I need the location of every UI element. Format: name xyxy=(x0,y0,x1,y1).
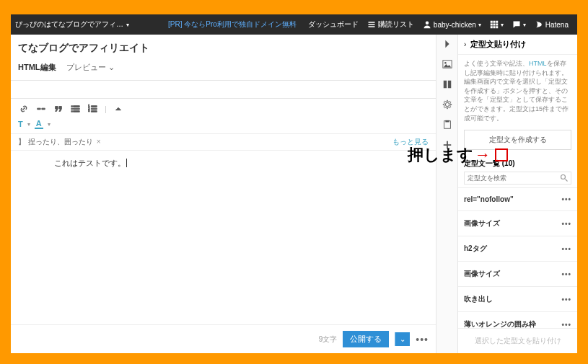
close-icon[interactable]: × xyxy=(97,138,101,146)
clipboard-icon[interactable] xyxy=(442,120,452,133)
svg-text:3: 3 xyxy=(88,109,90,112)
template-panel: › 定型文貼り付け よく使う文章や記法、HTMLを保存し記事編集時に貼り付けられ… xyxy=(458,35,577,353)
svg-point-0 xyxy=(426,22,429,25)
svg-rect-9 xyxy=(496,26,498,28)
svg-rect-16 xyxy=(445,120,449,123)
nav-brand[interactable]: Hatena xyxy=(535,20,569,29)
nav-dashboard[interactable]: ダッシュボード xyxy=(308,19,359,30)
editor-footer: 9文字 公開する ⌄ ••• xyxy=(11,324,436,353)
pr-link[interactable]: [PR] 今ならPro利用で独自ドメイン無料 xyxy=(168,19,297,30)
template-list: rel="nofollow"••• 画像サイズ••• h2タグ••• 画像サイズ… xyxy=(458,187,577,328)
template-item[interactable]: h2タグ••• xyxy=(458,236,577,262)
panel-description: よく使う文章や記法、HTMLを保存し記事編集時に貼り付けられます。編集画面内で文… xyxy=(458,55,577,127)
chevron-down-icon: ⌄ xyxy=(108,63,115,71)
search-input[interactable] xyxy=(465,172,571,184)
item-menu-icon[interactable]: ••• xyxy=(561,245,571,253)
chevron-right-icon[interactable] xyxy=(442,39,452,52)
link-icon[interactable] xyxy=(18,103,30,115)
book-icon[interactable] xyxy=(442,79,452,92)
category-icon[interactable]: 】 xyxy=(18,137,25,147)
template-list-heading: 定型文一覧 (10) xyxy=(458,153,577,172)
category-tag[interactable]: 捏ったり、囲ったり × xyxy=(28,137,101,147)
nav-user[interactable]: baby-chicken ▾ xyxy=(423,20,481,29)
chevron-down-icon: ▾ xyxy=(48,121,51,128)
publish-button[interactable]: 公開する xyxy=(343,331,389,347)
nav-apps[interactable]: ▾ xyxy=(490,20,504,29)
publish-dropdown[interactable]: ⌄ xyxy=(395,332,410,346)
svg-rect-3 xyxy=(496,21,498,23)
editor-pane: てなブログでアフィリエイト HTML編集 プレビュー ⌄ 123 | xyxy=(11,35,436,353)
chevron-right-icon[interactable]: › xyxy=(464,40,466,48)
svg-rect-5 xyxy=(493,24,495,26)
chevron-down-icon: ▾ xyxy=(27,121,30,128)
template-item[interactable]: 薄いオレンジの囲み枠••• xyxy=(458,312,577,328)
svg-rect-1 xyxy=(491,21,493,23)
user-icon xyxy=(423,20,431,29)
tab-preview[interactable]: プレビュー ⌄ xyxy=(66,62,115,76)
image-icon[interactable] xyxy=(442,59,452,72)
template-item[interactable]: rel="nofollow"••• xyxy=(458,188,577,211)
chevron-down-icon: ▾ xyxy=(478,22,481,28)
list-icon[interactable] xyxy=(70,103,82,115)
editor-body[interactable]: これはテストです。 xyxy=(11,151,436,324)
paste-selected-button[interactable]: 選択した定型文を貼り付け xyxy=(458,328,577,353)
gear-icon[interactable] xyxy=(442,99,452,112)
title-input[interactable] xyxy=(11,80,436,99)
tab-html-edit[interactable]: HTML編集 xyxy=(18,62,56,76)
more-actions-button[interactable]: ••• xyxy=(416,334,429,345)
svg-rect-8 xyxy=(493,26,495,28)
item-menu-icon[interactable]: ••• xyxy=(561,195,571,203)
chevron-down-icon: ▾ xyxy=(501,22,504,28)
title-dropdown-caret[interactable]: ▾ xyxy=(126,22,129,28)
categories-more-link[interactable]: もっと見る xyxy=(392,137,429,147)
tool-rail xyxy=(436,35,458,353)
svg-point-14 xyxy=(444,62,447,64)
text-style-button[interactable]: T xyxy=(18,120,23,128)
panel-title: 定型文貼り付け xyxy=(470,39,526,50)
plus-icon[interactable] xyxy=(442,140,452,153)
char-count: 9文字 xyxy=(319,334,338,345)
nav-chat[interactable]: ▾ xyxy=(512,20,526,29)
svg-rect-4 xyxy=(491,24,493,26)
page-title: てなブログでアフィリエイト xyxy=(18,42,429,55)
svg-rect-6 xyxy=(496,24,498,26)
blog-title[interactable]: ぴっぴのはてなブログでアフィ… xyxy=(15,19,123,30)
numbered-list-icon[interactable]: 123 xyxy=(87,103,99,115)
topbar: ぴっぴのはてなブログでアフィ… ▾ [PR] 今ならPro利用で独自ドメイン無料… xyxy=(11,14,577,35)
svg-point-17 xyxy=(561,175,566,179)
item-menu-icon[interactable]: ••• xyxy=(561,220,571,228)
readmore-icon[interactable] xyxy=(35,103,47,115)
grid-icon xyxy=(490,20,499,29)
format-toolbar: 123 | xyxy=(11,99,436,119)
svg-rect-2 xyxy=(493,21,495,23)
hatena-icon xyxy=(535,20,543,29)
item-menu-icon[interactable]: ••• xyxy=(561,270,571,278)
category-row: 】 捏ったり、囲ったり × もっと見る xyxy=(11,133,436,151)
item-menu-icon[interactable]: ••• xyxy=(561,296,571,303)
template-search[interactable] xyxy=(464,172,571,185)
create-template-button[interactable]: 定型文を作成する xyxy=(464,130,571,150)
chat-icon xyxy=(512,20,521,29)
chevron-down-icon: ⌄ xyxy=(400,335,405,343)
template-item[interactable]: 吹き出し••• xyxy=(458,287,577,312)
chevron-down-icon: ▾ xyxy=(523,22,526,28)
app-window: ぴっぴのはてなブログでアフィ… ▾ [PR] 今ならPro利用で独自ドメイン無料… xyxy=(11,14,577,353)
search-icon[interactable] xyxy=(560,174,569,184)
template-item[interactable]: 画像サイズ••• xyxy=(458,211,577,236)
item-menu-icon[interactable]: ••• xyxy=(561,321,571,328)
font-color-button[interactable]: A xyxy=(35,119,43,129)
template-item[interactable]: 画像サイズ••• xyxy=(458,262,577,287)
quote-icon[interactable] xyxy=(53,103,64,115)
nav-readlist[interactable]: 購読リスト xyxy=(367,19,414,30)
list-icon xyxy=(367,20,376,29)
collapse-up-icon[interactable] xyxy=(113,103,124,115)
svg-rect-7 xyxy=(491,26,493,28)
